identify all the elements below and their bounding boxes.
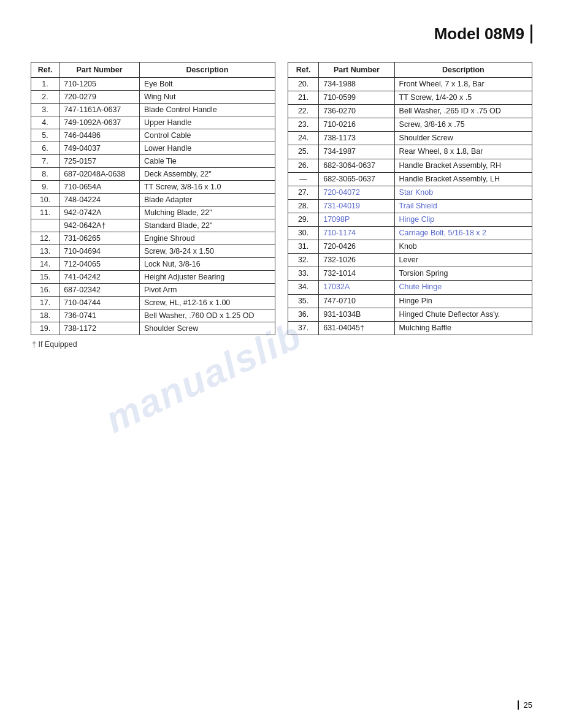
ref-cell: 26.	[288, 159, 319, 172]
ref-cell: 32.	[288, 254, 319, 267]
part-number-cell: 710-0216	[319, 118, 394, 132]
table-row: 25.734-1987Rear Wheel, 8 x 1.8, Bar	[288, 145, 532, 159]
ref-cell: 16.	[31, 284, 59, 297]
description-cell: Star Knob	[394, 186, 532, 199]
part-number-cell: 942-0742A	[59, 207, 140, 219]
part-number-cell: 710-04744	[59, 297, 140, 309]
table-row: 21.710-0599TT Screw, 1/4-20 x .5	[288, 91, 532, 105]
ref-cell: 30.	[288, 227, 319, 240]
ref-cell: 8.	[31, 168, 59, 181]
ref-cell: 2.	[31, 91, 59, 104]
ref-cell	[31, 219, 59, 232]
description-cell: Mulching Blade, 22"	[139, 207, 275, 219]
table-row: 22.736-0270Bell Washer, .265 ID x .75 OD	[288, 105, 532, 118]
description-cell: Wing Nut	[139, 91, 275, 104]
ref-cell: 9.	[31, 181, 59, 194]
description-cell: Hinge Pin	[394, 294, 532, 308]
table-row: 14.712-04065Lock Nut, 3/8-16	[31, 258, 275, 271]
description-cell: Shoulder Screw	[394, 132, 532, 145]
table-row: 8.687-02048A-0638Deck Assembly, 22"	[31, 168, 275, 181]
table-row: 18.736-0741Bell Washer, .760 OD x 1.25 O…	[31, 309, 275, 322]
description-cell: Standard Blade, 22"	[139, 219, 275, 232]
table-row: 26.682-3064-0637Handle Bracket Assembly,…	[288, 159, 532, 172]
table-row: 27.720-04072Star Knob	[288, 186, 532, 199]
ref-cell: 6.	[31, 142, 59, 155]
part-number-cell: 749-04037	[59, 142, 140, 155]
part-number-cell: 710-0654A	[59, 181, 140, 194]
table-row: 10.748-04224Blade Adapter	[31, 194, 275, 207]
description-cell: Upper Handle	[139, 116, 275, 129]
table-row: 33.732-1014Torsion Spring	[288, 267, 532, 281]
ref-cell: 1.	[31, 78, 59, 91]
description-cell: Bell Washer, .760 OD x 1.25 OD	[139, 309, 275, 322]
description-cell: Mulching Baffle	[394, 321, 532, 335]
ref-cell: 21.	[288, 91, 319, 105]
part-number-cell: 734-1987	[319, 145, 394, 159]
ref-cell: 20.	[288, 78, 319, 91]
part-number-cell: 710-1174	[319, 227, 394, 240]
part-number-cell: 732-1026	[319, 254, 394, 267]
ref-cell: 34.	[288, 281, 319, 294]
part-number-cell: 942-0642A†	[59, 219, 140, 232]
part-number-cell: 710-1205	[59, 78, 140, 91]
description-cell: Screw, HL, #12-16 x 1.00	[139, 297, 275, 309]
ref-cell: 31.	[288, 240, 319, 254]
part-number-cell: 747-0710	[319, 294, 394, 308]
part-number-cell: 682-3064-0637	[319, 159, 394, 172]
table-row: 30.710-1174Carriage Bolt, 5/16-18 x 2	[288, 227, 532, 240]
description-cell: TT Screw, 3/8-16 x 1.0	[139, 181, 275, 194]
table-row: 32.732-1026Lever	[288, 254, 532, 267]
description-cell: Height Adjuster Bearing	[139, 271, 275, 284]
part-number-cell: 710-0599	[319, 91, 394, 105]
ref-cell: 24.	[288, 132, 319, 145]
table-row: 11.942-0742AMulching Blade, 22"	[31, 207, 275, 219]
ref-cell: 15.	[31, 271, 59, 284]
description-cell: Lower Handle	[139, 142, 275, 155]
table-row: 29.17098PHinge Clip	[288, 213, 532, 226]
ref-cell: 5.	[31, 129, 59, 142]
footnote: † If Equipped	[31, 340, 532, 349]
ref-cell: 37.	[288, 321, 319, 335]
description-cell: TT Screw, 1/4-20 x .5	[394, 91, 532, 105]
description-cell: Bell Washer, .265 ID x .75 OD	[394, 105, 532, 118]
description-cell: Deck Assembly, 22"	[139, 168, 275, 181]
table-row: 23.710-0216Screw, 3/8-16 x .75	[288, 118, 532, 132]
part-number-cell: 712-04065	[59, 258, 140, 271]
table-row: 6.749-04037Lower Handle	[31, 142, 275, 155]
description-cell: Screw, 3/8-16 x .75	[394, 118, 532, 132]
table-row: 7.725-0157Cable Tie	[31, 155, 275, 168]
right-header-ref: Ref.	[288, 63, 319, 78]
part-number-cell: 731-06265	[59, 232, 140, 245]
table-row: 28.731-04019Trail Shield	[288, 199, 532, 213]
left-header-desc: Description	[139, 63, 275, 78]
ref-cell: 14.	[31, 258, 59, 271]
table-row: 34.17032AChute Hinge	[288, 281, 532, 294]
description-cell: Lever	[394, 254, 532, 267]
part-number-cell: 741-04242	[59, 271, 140, 284]
table-row: 15.741-04242Height Adjuster Bearing	[31, 271, 275, 284]
description-cell: Rear Wheel, 8 x 1.8, Bar	[394, 145, 532, 159]
ref-cell: 36.	[288, 308, 319, 321]
table-row: 9.710-0654ATT Screw, 3/8-16 x 1.0	[31, 181, 275, 194]
part-number-cell: 710-04694	[59, 245, 140, 258]
table-row: 37.631-04045†Mulching Baffle	[288, 321, 532, 335]
description-cell: Cable Tie	[139, 155, 275, 168]
description-cell: Knob	[394, 240, 532, 254]
ref-cell: 28.	[288, 199, 319, 213]
description-cell: Blade Adapter	[139, 194, 275, 207]
description-cell: Engine Shroud	[139, 232, 275, 245]
ref-cell: 35.	[288, 294, 319, 308]
model-title: Model 08M9	[31, 25, 532, 44]
description-cell: Hinge Clip	[394, 213, 532, 226]
page-number: 25	[518, 700, 532, 710]
description-cell: Handle Bracket Assembly, RH	[394, 159, 532, 172]
ref-cell: 11.	[31, 207, 59, 219]
table-row: 17.710-04744Screw, HL, #12-16 x 1.00	[31, 297, 275, 309]
ref-cell: 33.	[288, 267, 319, 281]
ref-cell: 23.	[288, 118, 319, 132]
table-row: 1.710-1205Eye Bolt	[31, 78, 275, 91]
part-number-cell: 720-04072	[319, 186, 394, 199]
description-cell: Chute Hinge	[394, 281, 532, 294]
table-row: 19.738-1172Shoulder Screw	[31, 322, 275, 335]
description-cell: Torsion Spring	[394, 267, 532, 281]
